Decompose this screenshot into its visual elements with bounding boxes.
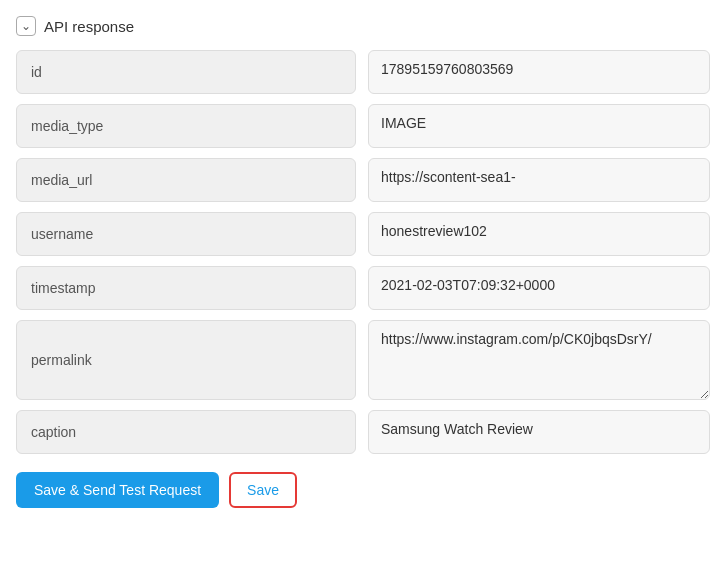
field-value-id[interactable] (368, 50, 710, 94)
field-label-timestamp: timestamp (16, 266, 356, 310)
field-row-permalink: permalink (16, 320, 710, 400)
field-row-username: username (16, 212, 710, 256)
field-value-media_url[interactable] (368, 158, 710, 202)
chevron-down-icon[interactable]: ⌄ (16, 16, 36, 36)
field-value-username[interactable] (368, 212, 710, 256)
field-value-wrapper-media_url (368, 158, 710, 202)
field-value-timestamp[interactable] (368, 266, 710, 310)
field-label-caption: caption (16, 410, 356, 454)
field-label-username: username (16, 212, 356, 256)
field-label-media_url: media_url (16, 158, 356, 202)
field-row-id: id (16, 50, 710, 94)
footer-buttons: Save & Send Test Request Save (16, 472, 710, 508)
save-and-send-button[interactable]: Save & Send Test Request (16, 472, 219, 508)
fields-container: idmedia_typemedia_url›usernametimestampp… (16, 50, 710, 454)
field-row-caption: caption (16, 410, 710, 454)
field-row-media_type: media_type (16, 104, 710, 148)
field-value-media_type[interactable] (368, 104, 710, 148)
section-title: API response (44, 18, 134, 35)
save-button[interactable]: Save (229, 472, 297, 508)
field-value-permalink[interactable] (368, 320, 710, 400)
field-label-permalink: permalink (16, 320, 356, 400)
field-label-id: id (16, 50, 356, 94)
field-value-caption[interactable] (368, 410, 710, 454)
field-label-media_type: media_type (16, 104, 356, 148)
section-header: ⌄ API response (16, 16, 710, 36)
field-row-timestamp: timestamp (16, 266, 710, 310)
field-row-media_url: media_url› (16, 158, 710, 202)
